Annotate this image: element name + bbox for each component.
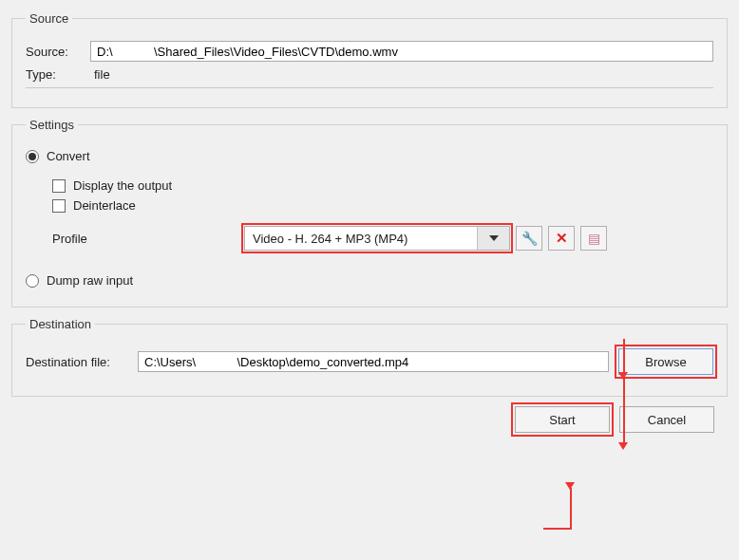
annotation-arrow <box>570 488 572 530</box>
wrench-icon[interactable]: 🔧 <box>516 226 542 251</box>
dump-raw-label: Dump raw input <box>47 273 133 288</box>
dest-file-label: Destination file: <box>26 355 130 369</box>
dest-file-input[interactable] <box>138 351 609 372</box>
annotation-arrow <box>623 339 625 377</box>
annotation-arrow <box>543 528 570 530</box>
settings-group: Settings Convert Display the output Dein… <box>11 118 728 308</box>
annotation-arrowhead <box>565 482 575 490</box>
delete-icon[interactable]: ✕ <box>548 226 575 251</box>
profile-dropdown[interactable]: Video - H. 264 + MP3 (MP4) <box>244 226 510 251</box>
source-legend: Source <box>26 11 72 26</box>
list-icon[interactable]: ▤ <box>580 226 607 251</box>
deinterlace-checkbox[interactable] <box>52 199 66 213</box>
display-output-checkbox[interactable] <box>52 179 66 193</box>
source-label: Source: <box>26 45 83 59</box>
convert-radio[interactable] <box>26 150 39 163</box>
cancel-button[interactable]: Cancel <box>619 406 714 433</box>
type-label: Type: <box>26 67 83 82</box>
annotation-arrowhead <box>618 372 628 380</box>
profile-label: Profile <box>26 232 244 246</box>
profile-value: Video - H. 264 + MP3 (MP4) <box>245 232 477 246</box>
browse-button[interactable]: Browse <box>618 348 713 375</box>
type-value: file <box>90 67 110 82</box>
deinterlace-label: Deinterlace <box>73 198 136 213</box>
settings-legend: Settings <box>26 118 78 132</box>
source-group: Source Source: Type: file <box>11 11 728 108</box>
source-input[interactable] <box>90 41 713 62</box>
dump-raw-radio[interactable] <box>26 274 39 288</box>
destination-group: Destination Destination file: Browse <box>11 317 728 397</box>
chevron-down-icon[interactable] <box>477 227 509 250</box>
source-divider <box>26 87 713 88</box>
destination-legend: Destination <box>26 317 95 331</box>
annotation-arrowhead <box>618 442 628 450</box>
start-button[interactable]: Start <box>515 406 610 433</box>
convert-radio-label: Convert <box>47 149 90 163</box>
display-output-label: Display the output <box>73 178 172 193</box>
